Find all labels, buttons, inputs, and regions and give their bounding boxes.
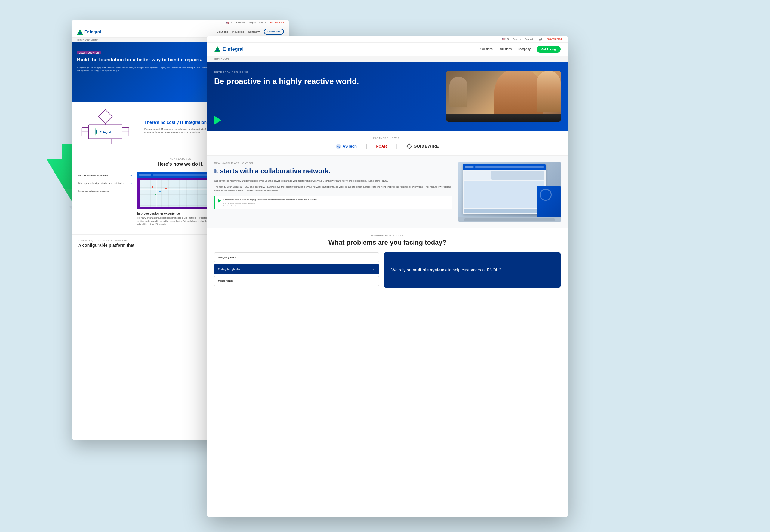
flow-diagram: Entegral — [78, 108, 132, 144]
right-solutions-link[interactable]: Solutions — [480, 47, 493, 51]
astech-text: ASTech — [342, 144, 356, 148]
real-world-content: REAL-WORLD APPLICATION It starts with a … — [214, 162, 453, 209]
left-logo-text: Entegral — [84, 29, 101, 34]
real-world-quote-block: "Entegral helped us form managing our ne… — [214, 196, 453, 209]
laptop-screenshot — [459, 162, 561, 222]
smart-locator-badge: SMART LOCATOR — [77, 51, 101, 54]
pain-item-drp[interactable]: Managing DRP → — [214, 276, 379, 286]
right-nav-links: Solutions Industries Company Get Pricing — [480, 46, 561, 53]
right-hero-content: ENTEGRAL FOR OEMS Be proactive in a high… — [214, 71, 440, 86]
pain-item-fnol-label: Navigating FNOL — [218, 256, 236, 259]
left-solutions-link[interactable]: Solutions — [217, 30, 228, 33]
laptop-blue-overlay — [537, 186, 561, 222]
features-list: Improve customer experience → Drive repa… — [78, 172, 132, 228]
laptop-image — [459, 162, 561, 222]
right-hero: ENTEGRAL FOR OEMS Be proactive in a high… — [207, 62, 568, 131]
left-company-link[interactable]: Company — [248, 30, 260, 33]
pain-item-shop-label: Finding the right shop — [218, 268, 241, 271]
quote-content: "Entegral helped us form managing our ne… — [223, 198, 317, 207]
right-hero-image — [446, 71, 561, 122]
svg-rect-22 — [99, 139, 112, 144]
left-hero-title: Build the foundation for a better way to… — [77, 57, 219, 63]
right-logo-text: ntegral — [228, 47, 244, 52]
astech-icon: AS — [336, 144, 341, 149]
entegral-for-oems-label: ENTEGRAL FOR OEMS — [214, 71, 440, 73]
feature-item-2[interactable]: Drive repair network penetration and par… — [78, 179, 132, 187]
guidewire-icon — [407, 143, 413, 149]
feature-item-1[interactable]: Improve customer experience → — [78, 172, 132, 179]
right-industries-link[interactable]: Industries — [499, 47, 512, 51]
svg-text:Entegral: Entegral — [100, 131, 111, 134]
right-company-link[interactable]: Company — [518, 47, 531, 51]
pain-item-drp-label: Managing DRP — [218, 280, 234, 282]
svg-marker-15 — [98, 110, 112, 124]
pain-section-label: INSURER PAIN POINTS — [214, 234, 561, 237]
left-industries-link[interactable]: Industries — [232, 30, 244, 33]
left-logo-icon — [77, 29, 83, 35]
real-world-label: REAL-WORLD APPLICATION — [214, 162, 453, 164]
right-support-link[interactable]: Support — [525, 38, 533, 41]
real-world-title: It starts with a collaborative network. — [214, 167, 453, 176]
right-get-pricing-button[interactable]: Get Pricing — [537, 46, 561, 53]
guidewire-text: GUIDEWIRE — [414, 144, 439, 148]
quote-text: "Entegral helped us form managing our ne… — [223, 198, 317, 201]
left-hero-description: Say goodbye to managing DRP networks wit… — [77, 66, 219, 72]
right-logo-icon — [214, 46, 221, 52]
left-hero-content: SMART LOCATOR Build the foundation for a… — [77, 49, 219, 72]
right-phone: 888-895-2784 — [547, 38, 562, 41]
diagram-container: Entegral — [78, 108, 138, 145]
divider-2: | — [396, 143, 398, 149]
partner-logos: AS ASTech | I-CAR | GUIDEWIRE — [214, 143, 561, 149]
pain-item-drp-arrow: → — [372, 279, 375, 283]
pain-content: Navigating FNOL → Finding the right shop… — [214, 252, 561, 288]
pain-quote-card: "We rely on multiple systems to help cus… — [384, 252, 561, 288]
pain-item-fnol-arrow: → — [372, 256, 375, 259]
astech-logo: AS ASTech — [336, 144, 356, 149]
map-pin-1 — [152, 186, 153, 188]
right-hero-title: Be proactive in a highly reactive world. — [214, 76, 440, 86]
left-support-link[interactable]: Support — [248, 21, 256, 24]
left-careers-link[interactable]: Careers — [236, 21, 244, 24]
right-browser-window: 🇺🇸 US Careers Support Log In 888-895-278… — [207, 36, 568, 517]
real-world-text-1: Our advanced Network Management tool giv… — [214, 179, 453, 183]
pain-item-fnol[interactable]: Navigating FNOL → — [214, 252, 379, 262]
pain-item-shop[interactable]: Finding the right shop → — [214, 264, 379, 274]
pain-list: Navigating FNOL → Finding the right shop… — [214, 252, 379, 288]
right-main-nav: E ntegral Solutions Industries Company G… — [207, 43, 568, 56]
quote-arrow-icon — [218, 199, 221, 203]
icar-logo: I-CAR — [376, 144, 387, 148]
right-logo-e-left: E — [222, 47, 226, 52]
pain-item-shop-arrow: → — [372, 268, 375, 271]
feature-item-3[interactable]: Lower loss adjustment expenses → — [78, 187, 132, 195]
partnership-label: PARTNERSHIP WITH — [214, 137, 561, 139]
right-flag: 🇺🇸 US — [502, 38, 509, 41]
partnerships-section: PARTNERSHIP WITH AS ASTech | I-CAR | — [207, 131, 568, 156]
left-nav-links: Solutions Industries Company Get Pricing — [217, 29, 284, 35]
real-world-section: REAL-WORLD APPLICATION It starts with a … — [207, 156, 568, 228]
guidewire-logo: GUIDEWIRE — [407, 143, 439, 149]
real-world-text-2: The result? Your agents at FNOL and beyo… — [214, 185, 453, 193]
svg-marker-29 — [407, 144, 412, 149]
right-breadcrumb: Home › OEMs — [207, 56, 568, 62]
right-login-link[interactable]: Log In — [537, 38, 543, 41]
left-phone: 888-895-2784 — [269, 21, 284, 24]
right-logo[interactable]: E ntegral — [214, 46, 244, 52]
quote-company: American Family Insurance — [223, 205, 317, 207]
left-get-pricing-button[interactable]: Get Pricing — [264, 29, 284, 35]
insurer-pain-section: INSURER PAIN POINTS What problems are yo… — [207, 228, 568, 294]
left-top-nav: 🇺🇸 US Careers Support Log In 888-895-278… — [72, 20, 289, 26]
divider-1: | — [366, 143, 367, 149]
left-login-link[interactable]: Log In — [259, 21, 266, 24]
svg-text:AS: AS — [337, 146, 340, 148]
pain-quote-text: "We rely on multiple systems to help cus… — [390, 267, 501, 273]
quote-author: Brian M. Casey, Senior Claims Manager — [223, 202, 317, 204]
icar-text: I-CAR — [376, 144, 387, 148]
pain-section-title: What problems are you facing today? — [214, 239, 561, 246]
left-flag: 🇺🇸 US — [226, 21, 233, 24]
right-hero-green-arrow — [214, 116, 221, 125]
right-careers-link[interactable]: Careers — [512, 38, 521, 41]
left-logo[interactable]: Entegral — [77, 29, 101, 35]
map-pin-2 — [159, 191, 161, 192]
right-top-nav: 🇺🇸 US Careers Support Log In 888-895-278… — [207, 36, 568, 43]
